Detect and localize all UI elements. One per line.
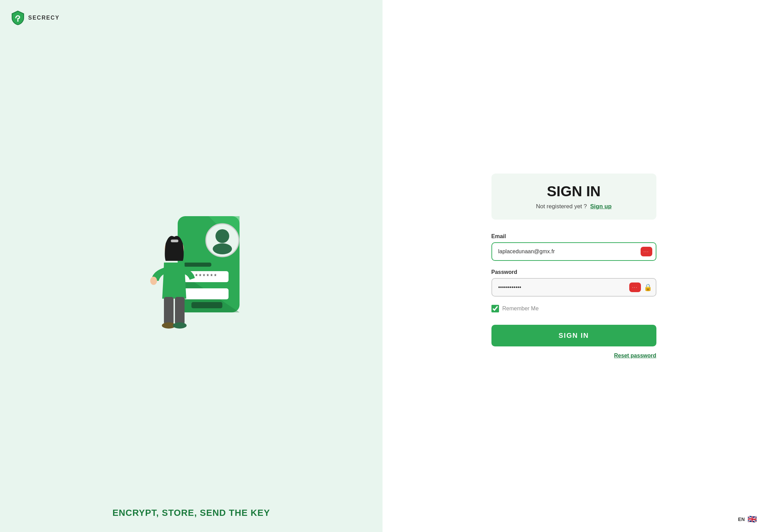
sign-in-button[interactable]: SIGN IN [491, 325, 656, 346]
svg-point-4 [213, 243, 232, 254]
email-icons: ··· [641, 247, 652, 256]
svg-rect-7 [184, 288, 229, 299]
svg-rect-8 [191, 302, 222, 308]
reset-password-link[interactable]: Reset password [491, 353, 656, 359]
svg-text:*******: ******* [191, 273, 218, 280]
lang-selector[interactable]: EN 🇬🇧 [738, 515, 757, 524]
register-text: Not registered yet ? Sign up [505, 203, 643, 210]
sign-in-title: SIGN IN [505, 183, 643, 200]
email-input-wrapper: ··· [491, 242, 656, 261]
password-label: Password [491, 269, 656, 275]
signup-link[interactable]: Sign up [590, 203, 611, 210]
left-panel: SECRECY ******* [0, 0, 382, 532]
email-field-group: Email ··· [491, 233, 656, 261]
svg-point-12 [150, 277, 157, 285]
password-more-btn[interactable]: ··· [629, 282, 641, 292]
lang-code: EN [738, 517, 745, 522]
password-input-wrapper: ··· 🔒 [491, 278, 656, 297]
email-more-btn[interactable]: ··· [641, 247, 652, 256]
hero-illustration: ******* [119, 196, 264, 340]
svg-rect-11 [171, 240, 178, 242]
remember-me-label: Remember Me [502, 306, 539, 312]
app-name: SECRECY [28, 15, 59, 21]
lock-icon: 🔒 [644, 283, 652, 291]
form-container: SIGN IN Not registered yet ? Sign up Ema… [491, 174, 656, 359]
email-input[interactable] [491, 242, 656, 261]
email-label: Email [491, 233, 656, 240]
flag-icon: 🇬🇧 [747, 515, 757, 524]
remember-me-row: Remember Me [491, 305, 656, 312]
not-registered-text: Not registered yet ? [536, 203, 587, 210]
right-panel: SIGN IN Not registered yet ? Sign up Ema… [382, 0, 765, 532]
svg-rect-9 [184, 263, 211, 267]
svg-point-0 [17, 20, 19, 22]
svg-point-3 [215, 229, 229, 243]
svg-rect-14 [175, 297, 185, 324]
illustration-container: ******* [119, 34, 264, 501]
password-icons: ··· 🔒 [629, 282, 652, 292]
remember-me-checkbox[interactable] [491, 305, 499, 312]
sign-in-header: SIGN IN Not registered yet ? Sign up [491, 174, 656, 220]
tagline: ENCRYPT, STORE, SEND THE KEY [112, 508, 270, 518]
logo-icon [10, 10, 25, 25]
logo: SECRECY [10, 10, 59, 25]
password-field-group: Password ··· 🔒 [491, 269, 656, 297]
svg-point-16 [173, 322, 187, 329]
svg-rect-13 [164, 297, 174, 324]
